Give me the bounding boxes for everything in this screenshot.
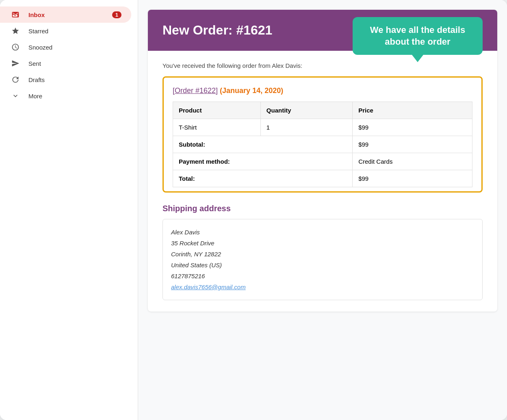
product-cell: T-Shirt — [173, 119, 261, 136]
sidebar-item-inbox-label: Inbox — [28, 11, 112, 18]
chevron-down-icon — [10, 92, 21, 100]
col-price: Price — [353, 102, 472, 119]
tooltip-bubble: We have all the details about the order — [353, 17, 483, 55]
payment-value: Credit Cards — [353, 153, 472, 170]
sidebar-item-sent[interactable]: Sent — [0, 55, 131, 71]
sidebar: Inbox 1 Starred Snoozed Sent — [0, 0, 138, 420]
star-icon — [10, 27, 21, 35]
address-city-state: Corinth, NY 12822 — [171, 249, 474, 260]
sidebar-item-starred[interactable]: Starred — [0, 23, 131, 39]
address-box: Alex Davis 35 Rocket Drive Corinth, NY 1… — [162, 219, 483, 300]
order-date: (January 14, 2020) — [220, 87, 283, 95]
price-cell: $99 — [353, 119, 472, 136]
payment-row: Payment method: Credit Cards — [173, 153, 472, 170]
sidebar-item-more[interactable]: More — [0, 88, 131, 104]
tooltip-text: We have all the details about the order — [370, 25, 465, 47]
order-title: [Order #1622] (January 14, 2020) — [173, 87, 472, 95]
email-body: You've received the following order from… — [148, 51, 497, 312]
total-value: $99 — [353, 170, 472, 187]
drafts-icon — [10, 76, 21, 84]
sidebar-item-drafts[interactable]: Drafts — [0, 71, 131, 88]
clock-icon — [10, 43, 21, 51]
address-phone: 6127875216 — [171, 271, 474, 281]
order-link[interactable]: [Order #1622] — [173, 87, 218, 95]
sidebar-item-sent-label: Sent — [28, 60, 121, 67]
col-quantity: Quantity — [260, 102, 352, 119]
email-container: New Order: #1621 We have all the details… — [148, 10, 497, 312]
address-name: Alex Davis — [171, 227, 474, 238]
total-row: Total: $99 — [173, 170, 472, 187]
quantity-cell: 1 — [260, 119, 352, 136]
app-window: Inbox 1 Starred Snoozed Sent — [0, 0, 507, 420]
subtotal-label: Subtotal: — [173, 136, 353, 153]
col-product: Product — [173, 102, 261, 119]
sidebar-item-snoozed[interactable]: Snoozed — [0, 39, 131, 55]
order-box: [Order #1622] (January 14, 2020) Product… — [162, 76, 483, 193]
email-header: New Order: #1621 We have all the details… — [148, 10, 497, 51]
address-street: 35 Rocket Drive — [171, 238, 474, 249]
total-label: Total: — [173, 170, 353, 187]
table-header-row: Product Quantity Price — [173, 102, 472, 119]
sidebar-item-starred-label: Starred — [28, 28, 121, 35]
send-icon — [10, 59, 21, 67]
sidebar-item-drafts-label: Drafts — [28, 76, 121, 83]
order-table: Product Quantity Price T-Shirt 1 $99 — [173, 102, 472, 187]
main-content: New Order: #1621 We have all the details… — [138, 0, 507, 420]
sidebar-item-more-label: More — [28, 93, 121, 100]
shipping-heading: Shipping address — [162, 204, 483, 213]
address-email[interactable]: alex.davis7656@gmail.com — [171, 284, 246, 290]
sidebar-item-inbox[interactable]: Inbox 1 — [0, 6, 131, 23]
payment-label: Payment method: — [173, 153, 353, 170]
table-row: T-Shirt 1 $99 — [173, 119, 472, 136]
address-country: United States (US) — [171, 260, 474, 271]
inbox-badge: 1 — [112, 11, 121, 18]
subtotal-value: $99 — [353, 136, 472, 153]
subtotal-row: Subtotal: $99 — [173, 136, 472, 153]
sidebar-item-snoozed-label: Snoozed — [28, 44, 121, 51]
inbox-icon — [10, 11, 21, 19]
intro-text: You've received the following order from… — [162, 62, 483, 69]
